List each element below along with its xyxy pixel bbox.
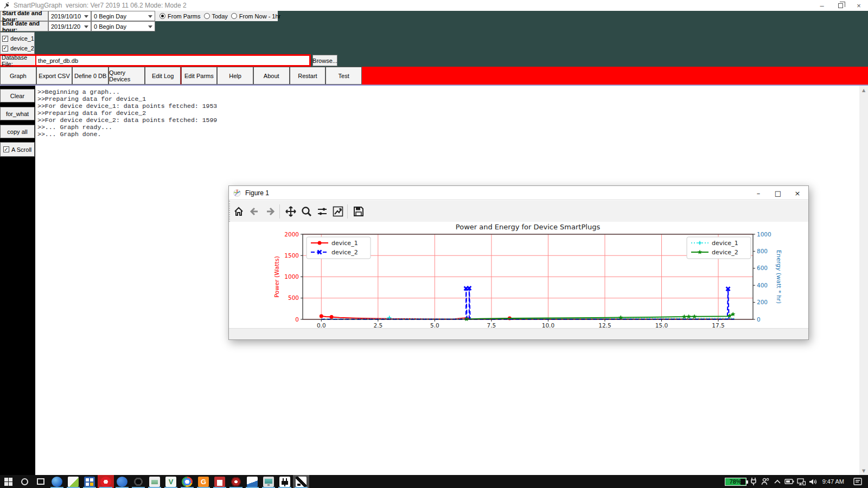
- sidebar-button-copy-all[interactable]: copy all: [0, 125, 35, 138]
- image-viewer-app-icon[interactable]: [146, 475, 163, 488]
- chart-text: device_1: [331, 240, 358, 247]
- sidebar-button-clear[interactable]: Clear: [0, 89, 35, 102]
- mail-app-icon[interactable]: [114, 475, 130, 488]
- chart-text: 800: [757, 248, 768, 254]
- menu-button-restart[interactable]: Restart: [290, 67, 326, 85]
- chevron-up-icon[interactable]: [771, 475, 783, 488]
- figure-canvas[interactable]: 0.02.55.07.510.012.515.017.5050010001500…: [229, 222, 808, 329]
- minimize-icon[interactable]: –: [813, 0, 831, 11]
- figure-titlebar[interactable]: Figure 1 – □ ×: [229, 186, 808, 200]
- console-line: >>... Graph ready...: [37, 124, 859, 131]
- checkbox-label: A Scroll: [11, 146, 31, 153]
- usb-plug-icon[interactable]: [748, 475, 760, 488]
- menu-button-define-0-db[interactable]: Define 0 DB: [72, 67, 108, 85]
- vertical-scrollbar[interactable]: ▲ ▼: [859, 86, 868, 475]
- hexagon-v-app-icon-glyph: V: [165, 477, 176, 487]
- home-icon[interactable]: [232, 204, 246, 219]
- clock[interactable]: 9:47 AM: [819, 478, 850, 485]
- battery-status-icon[interactable]: [783, 475, 795, 488]
- chrome-browser-icon[interactable]: [179, 475, 195, 488]
- database-file-input[interactable]: [36, 56, 309, 65]
- figure-minimize-icon[interactable]: –: [749, 186, 768, 200]
- sidebar-button-for-what[interactable]: for_what: [0, 107, 35, 120]
- edit-axes-icon[interactable]: [331, 204, 345, 219]
- console-line: >>For device device_2: data points fetch…: [37, 117, 859, 124]
- console-line: >>For device device_1: data points fetch…: [37, 102, 859, 110]
- smartpluggraph-app-icon[interactable]: [293, 475, 309, 488]
- display-app-icon[interactable]: [260, 475, 277, 488]
- checkbox-device_2[interactable]: ✓device_2: [2, 43, 34, 53]
- menu-button-edit-parms[interactable]: Edit Parms: [181, 67, 218, 85]
- chart-text: device_2: [712, 249, 738, 256]
- calculator-app-icon[interactable]: [81, 475, 98, 488]
- network-icon[interactable]: [795, 475, 807, 488]
- figure-maximize-icon[interactable]: □: [768, 186, 788, 200]
- notes-app-icon[interactable]: [65, 475, 81, 488]
- radio-from-parms[interactable]: From Parms: [159, 13, 201, 20]
- volume-icon[interactable]: [807, 475, 819, 488]
- menu-button-export-csv[interactable]: Export CSV: [36, 67, 73, 85]
- search-icon[interactable]: [16, 475, 33, 488]
- marker-circle: [320, 314, 323, 318]
- figure-close-icon[interactable]: ×: [788, 186, 807, 200]
- opera-browser-icon[interactable]: [98, 475, 114, 488]
- a-scroll-checkbox[interactable]: ✓A Scroll: [0, 142, 35, 157]
- people-icon[interactable]: [760, 475, 771, 488]
- chevron-down-icon: [84, 25, 88, 28]
- dark-ring-app-icon[interactable]: [130, 475, 146, 488]
- red-gear-app-icon-glyph: [231, 477, 241, 487]
- radio-from-now-1hr[interactable]: From Now - 1hr: [231, 13, 280, 20]
- database-file-label: Database File:: [1, 56, 35, 65]
- start-button[interactable]: [0, 475, 16, 488]
- radio-today[interactable]: Today: [204, 13, 228, 20]
- chart-text: Power (Watts): [273, 256, 280, 298]
- checkbox-device_1[interactable]: ✓device_1: [2, 34, 34, 43]
- pan-icon[interactable]: [284, 204, 298, 219]
- chrome-browser-icon-glyph: [182, 477, 193, 487]
- menu-button-row: GraphExport CSVDefine 0 DBQuery DevicesE…: [0, 67, 868, 85]
- figure-window[interactable]: Figure 1 – □ × 0.02.55.07.510.012.515.01…: [228, 185, 809, 340]
- hexagon-v-app-icon[interactable]: V: [163, 475, 179, 488]
- menu-button-help[interactable]: Help: [217, 67, 253, 85]
- matplotlib-icon: [233, 189, 241, 197]
- task-view-icon[interactable]: [33, 475, 49, 488]
- menu-button-test[interactable]: Test: [326, 67, 362, 85]
- chart-text: 200: [757, 299, 768, 305]
- notification-icon[interactable]: [850, 475, 866, 488]
- menu-button-edit-log[interactable]: Edit Log: [145, 67, 181, 85]
- back-icon[interactable]: [247, 204, 261, 219]
- menu-button-about[interactable]: About: [253, 67, 290, 85]
- save-icon[interactable]: [352, 204, 366, 219]
- restore-icon[interactable]: [831, 0, 850, 11]
- scroll-up-icon[interactable]: ▲: [859, 86, 868, 94]
- scroll-down-icon[interactable]: ▼: [859, 466, 868, 475]
- figure-toolbar: [229, 201, 808, 222]
- globe-browser-icon[interactable]: [49, 475, 65, 488]
- marker-star: [686, 314, 691, 318]
- forward-icon[interactable]: [263, 204, 277, 219]
- end-date-combobox[interactable]: 2019/11/20: [48, 21, 91, 31]
- g-app-icon[interactable]: G: [195, 475, 212, 488]
- document-editor-app-icon[interactable]: [244, 475, 260, 488]
- browse-button[interactable]: Browse...: [312, 55, 337, 66]
- notes-app-icon-glyph: [68, 477, 79, 487]
- clipboard-app-icon[interactable]: [212, 475, 228, 488]
- menu-button-graph[interactable]: Graph: [0, 67, 36, 85]
- plug-tool-app-icon[interactable]: [277, 475, 293, 488]
- zoom-icon[interactable]: [299, 204, 314, 219]
- marker-circle: [330, 315, 334, 319]
- radio-label: Today: [212, 13, 228, 20]
- configure-subplots-icon[interactable]: [315, 204, 329, 219]
- menu-button-query-devices[interactable]: Query Devices: [108, 67, 145, 85]
- device-band: ✓device_1✓device_2: [0, 31, 868, 54]
- chart-text: 0: [295, 316, 299, 323]
- start-hour-combobox[interactable]: 0 Begin Day: [91, 11, 155, 21]
- red-gear-app-icon[interactable]: [228, 475, 244, 488]
- power-energy-chart[interactable]: 0.02.55.07.510.012.515.017.5050010001500…: [229, 222, 808, 329]
- battery-indicator[interactable]: 78%: [725, 478, 746, 486]
- checkbox-icon: ✓: [3, 146, 9, 152]
- taskbar: VG 78% 9:47 AM: [0, 475, 868, 488]
- close-icon[interactable]: ×: [850, 0, 868, 11]
- start-date-combobox[interactable]: 2019/10/10: [48, 11, 91, 21]
- end-hour-combobox[interactable]: 0 Begin Day: [91, 21, 155, 31]
